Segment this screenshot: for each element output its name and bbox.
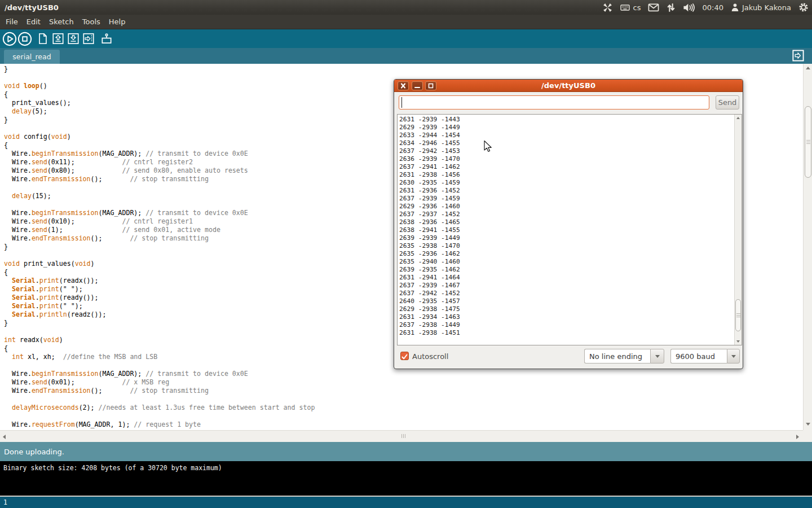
menu-sketch[interactable]: Sketch	[49, 17, 74, 26]
serial-scroll-down-icon[interactable]	[736, 340, 740, 343]
stop-square-icon	[17, 32, 32, 46]
scroll-left-icon[interactable]	[3, 435, 6, 439]
upload-button[interactable]	[82, 32, 95, 45]
user-icon	[731, 3, 739, 12]
autoscroll-checkbox[interactable]	[400, 352, 409, 360]
baud-rate-dropdown[interactable]: 9600 baud	[670, 349, 740, 364]
scroll-up-icon[interactable]	[806, 67, 810, 69]
menu-help[interactable]: Help	[109, 17, 126, 26]
system-tray: cs	[603, 0, 809, 15]
sound-menu[interactable]	[683, 3, 695, 12]
user-menu[interactable]: Jakub Kakona	[731, 3, 791, 12]
messaging-menu[interactable]	[648, 3, 659, 12]
menu-bar: File Edit Sketch Tools Help	[0, 15, 812, 29]
baud-rate-value: 9600 baud	[670, 349, 727, 364]
tab-menu-button[interactable]	[792, 49, 805, 62]
stop-button[interactable]	[17, 32, 32, 46]
menu-file[interactable]: File	[6, 17, 18, 26]
horizontal-scroll-thumb[interactable]	[401, 434, 407, 438]
menu-edit[interactable]: Edit	[27, 17, 41, 26]
network-sync-indicator[interactable]	[667, 3, 676, 12]
send-button[interactable]: Send	[716, 95, 739, 110]
new-sketch-button[interactable]	[37, 32, 49, 45]
text-caret	[401, 97, 402, 108]
line-ending-value: No line ending	[584, 349, 650, 364]
line-ending-dropdown[interactable]: No line ending	[584, 349, 664, 364]
sync-arrows-icon	[667, 3, 676, 12]
tab-label: serial_read	[12, 52, 51, 61]
tab-bar: serial_read	[0, 48, 812, 64]
desktop-top-panel: /dev/ttyUSB0 cs	[0, 0, 812, 15]
console-text: Binary sketch size: 4208 bytes (of a 307…	[3, 464, 222, 472]
new-file-icon	[37, 32, 49, 45]
serial-output-area[interactable]: 2631 -2939 -14432629 -2939 -14492633 -29…	[397, 114, 742, 345]
scroll-down-icon[interactable]	[806, 423, 810, 426]
serial-monitor-icon	[100, 32, 113, 45]
session-menu[interactable]	[798, 2, 809, 12]
editor-vertical-scrollbar[interactable]	[803, 64, 812, 430]
keyboard-icon	[620, 3, 630, 12]
close-button[interactable]	[398, 81, 409, 90]
clock-indicator[interactable]: 00:40	[702, 3, 723, 12]
save-down-arrow-icon	[67, 32, 80, 45]
close-icon	[399, 82, 407, 89]
upload-right-arrow-icon	[82, 32, 95, 45]
status-bar: Done uploading.	[0, 442, 812, 461]
serial-output-lines: 2631 -2939 -14432629 -2939 -14492633 -29…	[399, 116, 460, 337]
serial-monitor-window: /dev/ttyUSB0 Send 2631 -2939 -14432629	[394, 79, 743, 369]
mouse-cursor	[484, 141, 493, 155]
clock: 00:40	[702, 3, 723, 12]
gear-icon	[798, 2, 809, 12]
tray-indicator-icon[interactable]	[603, 3, 612, 12]
serial-scroll-up-icon[interactable]	[736, 117, 740, 119]
minimize-button[interactable]	[412, 81, 423, 90]
editor-horizontal-scrollbar[interactable]	[0, 430, 803, 442]
username: Jakub Kakona	[742, 3, 791, 12]
tab-serial-read[interactable]: serial_read	[4, 50, 60, 64]
build-console: Binary sketch size: 4208 bytes (of a 307…	[0, 461, 812, 496]
autoscroll-label: Autoscroll	[412, 352, 448, 361]
save-sketch-button[interactable]	[67, 32, 80, 45]
keyboard-layout-indicator[interactable]: cs	[620, 3, 641, 12]
verify-button[interactable]	[2, 32, 17, 46]
keyboard-layout-label: cs	[633, 3, 641, 12]
serial-monitor-title: /dev/ttyUSB0	[394, 81, 743, 90]
window-title: /dev/ttyUSB0	[5, 3, 59, 12]
open-sketch-button[interactable]	[52, 32, 64, 45]
open-up-arrow-icon	[52, 32, 64, 45]
vertical-scroll-thumb[interactable]	[805, 106, 811, 178]
serial-scroll-thumb[interactable]	[735, 299, 741, 331]
minimize-icon	[413, 82, 421, 89]
baud-rate-arrow-button[interactable]	[727, 349, 740, 364]
line-number-strip: 1	[0, 496, 812, 508]
verify-play-icon	[2, 32, 17, 46]
check-icon	[401, 353, 408, 361]
status-message: Done uploading.	[4, 448, 64, 456]
serial-scrollbar[interactable]	[734, 115, 742, 345]
maximize-icon	[427, 82, 435, 89]
volume-icon	[683, 3, 695, 12]
menu-tools[interactable]: Tools	[82, 17, 100, 26]
arduino-ide-screen: /dev/ttyUSB0 cs	[0, 0, 812, 508]
chevron-down-icon	[731, 355, 736, 358]
serial-monitor-titlebar[interactable]: /dev/ttyUSB0	[394, 80, 743, 92]
mail-icon	[648, 3, 659, 12]
serial-monitor-button[interactable]	[100, 32, 113, 45]
tab-arrow-icon	[792, 49, 805, 62]
line-ending-arrow-button[interactable]	[650, 349, 664, 364]
scroll-right-icon[interactable]	[796, 435, 799, 439]
ide-toolbar	[0, 29, 812, 48]
line-number: 1	[3, 498, 7, 506]
maximize-button[interactable]	[425, 81, 436, 90]
scrollbar-corner	[803, 430, 812, 442]
chevron-down-icon	[655, 355, 660, 358]
serial-send-input[interactable]	[399, 95, 709, 110]
